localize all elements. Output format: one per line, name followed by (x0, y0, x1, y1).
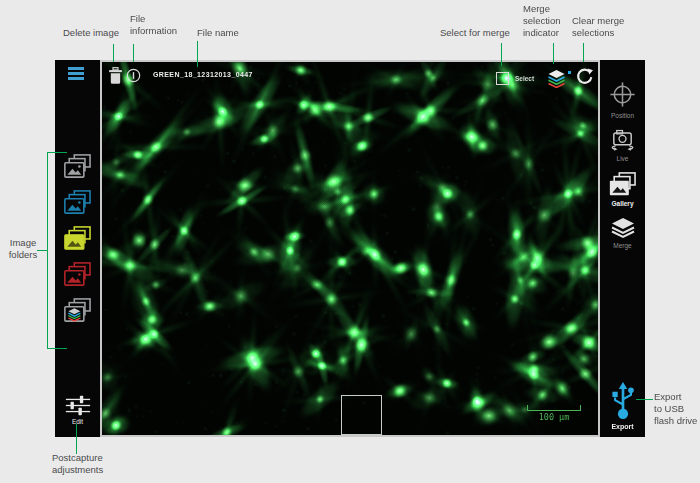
position-label: Position (611, 112, 634, 119)
callout-select-for-merge: Select for merge (440, 27, 510, 39)
clear-merge-button[interactable] (576, 68, 593, 88)
callout-delete-image: Delete image (63, 27, 119, 39)
merge-layers-icon (610, 217, 636, 239)
scale-bar-label: 100 µm (527, 412, 581, 422)
scale-bar (527, 405, 581, 411)
callout-line-merge-indicator (553, 43, 554, 64)
file-info-button[interactable] (126, 68, 141, 86)
trash-icon (108, 67, 123, 85)
gallery-icon (609, 172, 637, 197)
image-folder-merged-button[interactable] (64, 298, 92, 323)
color-layers-icon (547, 69, 566, 88)
usb-icon (608, 381, 638, 421)
position-button[interactable]: Position (608, 80, 637, 119)
refresh-icon (576, 68, 593, 85)
menu-button[interactable] (68, 67, 85, 82)
callout-bracket-top (47, 152, 67, 153)
right-sidebar: Position Live (600, 60, 645, 437)
crosshair-icon (608, 80, 637, 109)
callout-file-name: File name (197, 27, 239, 39)
image-folder-blue-button[interactable] (64, 190, 92, 215)
live-button[interactable]: Live (608, 129, 637, 162)
gallery-label: Gallery (611, 200, 633, 207)
sliders-icon (64, 395, 92, 416)
select-for-merge-checkbox[interactable] (496, 72, 509, 85)
image-viewer: GREEN_18_12312013_0447 Select 100 µm (100, 60, 600, 437)
merge-label: Merge (613, 242, 631, 249)
live-label: Live (617, 155, 629, 162)
callout-bracket-mid (37, 250, 47, 251)
callout-bracket-bottom (47, 348, 67, 349)
indicator-dot (568, 71, 571, 74)
photo-stack-icon (64, 298, 92, 323)
callout-image-folders: Image folders (2, 237, 44, 261)
callout-clear-merge: Clear merge selections (572, 15, 624, 39)
callout-postcapture: Postcapture adjustments (52, 452, 103, 476)
callout-bracket-image-folders (47, 152, 48, 349)
merge-selection-indicator[interactable] (547, 69, 566, 91)
export-button[interactable]: Export (600, 381, 645, 430)
callout-line-clear-merge (583, 43, 584, 62)
photo-stack-icon (64, 154, 92, 179)
live-camera-icon (608, 129, 637, 152)
image-folder-red-button[interactable] (64, 262, 92, 287)
hamburger-icon (68, 72, 84, 75)
merge-button[interactable]: Merge (610, 217, 636, 249)
image-folder-gray-button[interactable] (64, 154, 92, 179)
callout-file-information: File information (130, 13, 177, 37)
photo-stack-icon (64, 226, 92, 251)
gallery-button[interactable]: Gallery (609, 172, 637, 207)
photo-stack-icon (64, 190, 92, 215)
info-icon (126, 68, 141, 83)
callout-line-postcapture (76, 424, 77, 454)
edit-label: Edit (72, 418, 83, 425)
hamburger-icon (68, 77, 84, 80)
image-folder-yellow-button[interactable] (64, 226, 92, 251)
micrograph-image[interactable] (102, 62, 598, 435)
export-label: Export (611, 423, 633, 430)
right-nav: Position Live (600, 80, 645, 249)
edit-button[interactable]: Edit (55, 395, 100, 425)
photo-stack-icon (64, 262, 92, 287)
callout-line-delete-image (113, 44, 114, 62)
left-sidebar: Edit (55, 60, 100, 437)
delete-image-button[interactable] (108, 67, 123, 88)
imaging-app-window: Edit GREEN_18_12312013_0447 Select (55, 60, 645, 437)
select-label: Select (515, 75, 534, 82)
callout-line-select-for-merge (501, 43, 502, 66)
hamburger-icon (68, 67, 84, 70)
callout-line-export-usb (636, 399, 653, 400)
callout-line-file-name (197, 41, 198, 67)
zoom-region-outline (341, 395, 382, 435)
callout-export-usb: Export to USB flash drive (654, 391, 697, 427)
file-name: GREEN_18_12312013_0447 (153, 71, 253, 78)
image-folders-list (55, 154, 100, 323)
callout-merge-indicator: Merge selection indicator (523, 3, 561, 39)
callout-line-file-information (133, 44, 134, 62)
